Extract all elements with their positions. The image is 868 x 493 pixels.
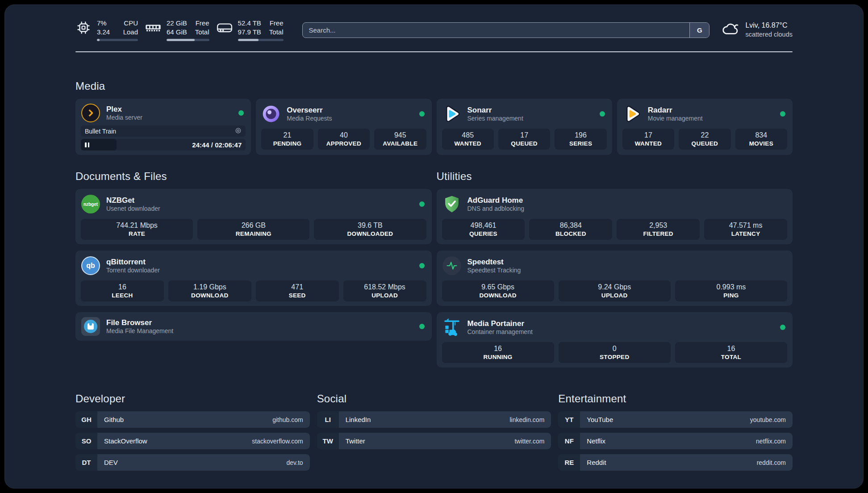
app-card-adguard[interactable]: AdGuard Home DNS and adblocking 498,461Q…	[437, 189, 793, 244]
app-card-overseerr[interactable]: Overseerr Media Requests 21PENDING 40APP…	[256, 99, 431, 155]
speedtest-pulse-icon	[442, 256, 462, 276]
app-name: File Browser	[106, 318, 173, 327]
playback-time: 24:44 / 02:06:47	[192, 141, 242, 149]
memory-values: 22 GiB64 GiB	[167, 19, 187, 36]
disk-stat: 52.4 TB97.9 TB FreeTotal	[217, 19, 284, 41]
qbittorrent-icon: qb	[81, 256, 100, 276]
radarr-icon	[622, 104, 642, 124]
app-name: AdGuard Home	[467, 196, 525, 205]
cpu-stat: 7%3.24 CPULoad	[75, 19, 138, 41]
weather-widget: Lviv, 16.87°C scattered clouds	[721, 21, 793, 39]
cpu-values: 7%3.24	[97, 19, 115, 36]
status-badge	[780, 111, 785, 117]
app-card-sonarr[interactable]: Sonarr Series management 485WANTED 17QUE…	[437, 99, 612, 155]
pause-button[interactable]	[81, 139, 117, 150]
stat-tile: 17WANTED	[622, 129, 674, 150]
search-input[interactable]	[303, 26, 690, 34]
status-badge	[600, 111, 605, 117]
cloud-icon	[721, 22, 740, 38]
bookmark-netflix[interactable]: NF Netflix netflix.com	[558, 433, 793, 449]
weather-location: Lviv, 16.87°C	[745, 21, 793, 30]
filebrowser-icon	[81, 317, 100, 336]
target-icon[interactable]	[235, 127, 242, 135]
pause-icon	[85, 142, 87, 147]
bookmark-twitter[interactable]: TW Twitter twitter.com	[317, 433, 551, 449]
stat-tile: 834MOVIES	[735, 129, 787, 150]
app-name: qBittorrent	[106, 257, 160, 267]
bookmark-stackoverflow[interactable]: SO StackOverflow stackoverflow.com	[75, 433, 310, 449]
app-description: Container management	[467, 328, 533, 336]
app-card-radarr[interactable]: Radarr Movie management 17WANTED 22QUEUE…	[617, 99, 793, 155]
bookmark-github[interactable]: GH Github github.com	[75, 411, 310, 428]
status-badge	[419, 263, 425, 268]
stat-tile: 86,384BLOCKED	[529, 219, 612, 240]
section-title-utilities: Utilities	[437, 170, 793, 183]
now-playing-row: Bullet Train	[81, 125, 246, 137]
stat-tile: 1.19 GbpsDOWNLOAD	[168, 280, 251, 301]
stat-tile: 16LEECH	[81, 280, 164, 301]
stat-tile: 945AVAILABLE	[374, 129, 426, 150]
app-name: NZBGet	[106, 196, 160, 205]
stat-tile: 9.24 GbpsUPLOAD	[559, 280, 671, 301]
now-playing-title: Bullet Train	[85, 128, 116, 135]
stat-tile: 47.571 msLATENCY	[704, 219, 787, 240]
stat-tile: 485WANTED	[442, 129, 494, 150]
app-card-portainer[interactable]: Media Portainer Container management 16R…	[437, 312, 793, 368]
section-title-developer: Developer	[75, 393, 310, 405]
app-name: Sonarr	[467, 105, 523, 115]
disk-labels: FreeTotal	[269, 19, 284, 36]
bookmarks-developer: Developer GH Github github.com SO StackO…	[75, 393, 310, 471]
stat-tile: 39.6 TBDOWNLOADED	[314, 219, 426, 240]
ram-icon	[145, 20, 161, 36]
dashboard: 7%3.24 CPULoad	[4, 4, 864, 489]
bookmark-youtube[interactable]: YT YouTube youtube.com	[558, 411, 793, 428]
app-name: Media Portainer	[467, 319, 533, 328]
app-card-filebrowser[interactable]: File Browser Media File Management	[75, 312, 432, 341]
app-card-nzbget[interactable]: nzbget NZBGet Usenet downloader 744.21 M…	[75, 189, 432, 244]
top-bar: 7%3.24 CPULoad	[75, 5, 793, 42]
app-description: Media Requests	[287, 115, 332, 123]
app-card-qbittorrent[interactable]: qb qBittorrent Torrent downloader 16LEEC…	[75, 251, 432, 306]
app-card-speedtest[interactable]: Speedtest Speedtest Tracking 9.65 GbpsDO…	[437, 251, 793, 306]
hard-drive-icon	[217, 20, 233, 36]
stat-tile: 498,461QUERIES	[442, 219, 525, 240]
stat-tile: 22QUEUED	[679, 129, 730, 150]
section-title-entertainment: Entertainment	[558, 393, 793, 405]
app-card-plex[interactable]: Plex Media server Bullet Train	[75, 99, 251, 155]
app-description: Movie management	[648, 115, 703, 123]
status-badge	[780, 325, 785, 330]
app-description: Series management	[467, 115, 523, 123]
bookmarks-social: Social LI LinkedIn linkedin.com TW Twitt…	[317, 393, 551, 471]
cpu-chip-icon	[75, 20, 92, 36]
adguard-shield-icon	[442, 194, 462, 214]
disk-values: 52.4 TB97.9 TB	[238, 19, 261, 36]
stat-tile: 266 GBREMAINING	[197, 219, 309, 240]
app-description: Media File Management	[106, 327, 173, 335]
overseerr-icon	[261, 104, 281, 124]
sonarr-icon	[442, 104, 462, 124]
stat-tile: 618.52 MbpsUPLOAD	[343, 280, 426, 301]
section-title-social: Social	[317, 393, 551, 405]
nzbget-icon: nzbget	[81, 194, 100, 214]
status-badge	[419, 111, 425, 117]
cpu-progress-bar	[97, 39, 138, 41]
bookmark-linkedin[interactable]: LI LinkedIn linkedin.com	[317, 411, 551, 428]
bookmark-reddit[interactable]: RE Reddit reddit.com	[558, 454, 793, 471]
stat-tile: 2,953FILTERED	[617, 219, 700, 240]
app-name: Speedtest	[467, 257, 521, 267]
status-badge	[238, 110, 244, 116]
disk-progress-bar	[238, 39, 284, 41]
search-bar: G	[302, 22, 710, 38]
app-name: Overseerr	[287, 105, 332, 115]
cpu-labels: CPULoad	[123, 19, 138, 36]
stat-tile: 16RUNNING	[442, 342, 554, 363]
weather-condition: scattered clouds	[745, 30, 793, 39]
bookmark-dev[interactable]: DT DEV dev.to	[75, 454, 310, 471]
memory-stat: 22 GiB64 GiB FreeTotal	[145, 19, 209, 41]
stat-tile: 21PENDING	[261, 129, 313, 150]
search-engine-button[interactable]: G	[689, 23, 709, 38]
section-title-documents: Documents & Files	[75, 170, 432, 183]
column-utilities: Utilities	[437, 170, 793, 368]
portainer-crane-icon	[442, 318, 462, 337]
status-badge	[419, 201, 425, 207]
